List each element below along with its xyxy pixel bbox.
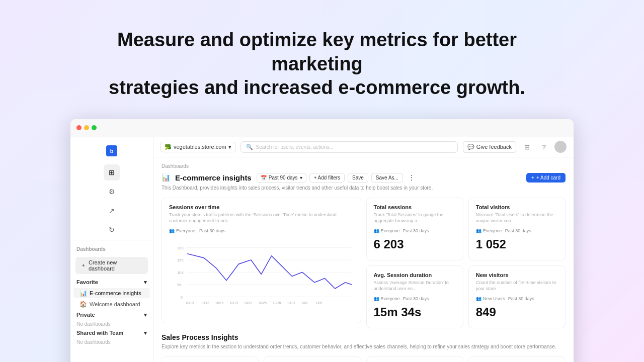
store-icon: 🥦	[165, 144, 172, 150]
sidebar-icon-refresh[interactable]: ↻	[104, 222, 120, 238]
total-sessions-desc: Track 'Total Sessions' to gauge the aggr…	[374, 212, 456, 224]
hero-text: Measure and optimize key metrics for bet…	[40, 14, 594, 110]
chevron-down-icon-private: ▾	[144, 312, 147, 318]
svg-text:0: 0	[181, 295, 183, 299]
avg-audience-label: Everyone	[381, 296, 400, 301]
hero-line1: Measure and optimize key metrics for bet…	[117, 29, 517, 74]
plus-icon: +	[531, 175, 534, 180]
search-bar[interactable]: 🔍 Search for users, events, actions...	[240, 141, 458, 153]
dashboard-header: 📊 E-commerce insights 📅 Past 90 days ▾ +…	[162, 173, 566, 183]
welcome-dashboard-label: Welcome dashboard	[90, 301, 140, 307]
svg-text:10K: 10K	[177, 270, 184, 275]
more-options-btn[interactable]: ⋮	[406, 173, 417, 182]
sidebar-logo: b	[106, 145, 117, 156]
total-sessions-title: Total sessions	[374, 204, 456, 210]
svg-text:10/10: 10/10	[186, 301, 194, 305]
browser-topbar	[70, 119, 574, 137]
todays-orders-card: Today's orders View the number of orders…	[264, 356, 361, 362]
dashboard-title-icon: 📊	[162, 173, 170, 182]
ecommerce-insights-icon: 📊	[79, 290, 87, 297]
hero-line2: strategies and increased e-commerce grow…	[109, 77, 525, 98]
svg-text:10/16: 10/16	[215, 301, 224, 305]
new-visitors-time-label: Past 30 days	[508, 296, 534, 301]
total-sessions-meta: 👥 Everyone Past 30 days	[374, 228, 456, 233]
sidebar-item-ecommerce-insights[interactable]: 📊 E-commerce insights	[73, 288, 150, 298]
avg-session-card: Avg. Session duration Assess 'Average Se…	[366, 265, 463, 328]
sidebar-favorite-label: Favorite	[76, 279, 98, 285]
chevron-down-icon-shared: ▾	[144, 330, 147, 336]
sessions-time-label: Past 30 days	[403, 228, 429, 233]
new-visitors-title: New visitors	[476, 272, 558, 278]
total-sessions-card: Total sessions Track 'Total Sessions' to…	[366, 198, 463, 260]
sessions-audience-label: Everyone	[381, 228, 400, 233]
dropdown-icon: ▾	[228, 144, 231, 150]
sidebar-icon-analytics[interactable]: ↗	[104, 203, 120, 219]
sidebar-icon-settings[interactable]: ⚙	[104, 184, 120, 200]
sessions-chart-card: Sessions over time Track your store's tr…	[162, 198, 361, 323]
chart-desc: Track your store's traffic patterns with…	[169, 212, 354, 224]
save-as-btn[interactable]: Save As...	[371, 173, 403, 183]
new-visitors-meta: 👥 New Users Past 30 days	[476, 296, 558, 301]
new-visitors-value: 849	[476, 305, 558, 319]
help-btn[interactable]: ?	[537, 140, 550, 153]
visitors-audience-label: Everyone	[483, 228, 502, 233]
sidebar-item-welcome-dashboard[interactable]: 🏠 Welcome dashboard	[73, 299, 150, 309]
user-avatar[interactable]	[554, 141, 567, 153]
dashboard-description: This Dashboard, provides insights into s…	[162, 185, 566, 192]
topnav-actions: 💬 Give feedback ⊞ ?	[463, 140, 567, 153]
topnav: 🥦 vegetables.store.com ▾ 🔍 Search for us…	[153, 137, 574, 157]
grid-view-btn[interactable]: ⊞	[520, 140, 533, 153]
time-filter-label: Past 90 days	[269, 175, 298, 180]
sessions-chart: 20K 15K 10K 5K 0	[169, 236, 354, 317]
search-icon: 🔍	[246, 144, 253, 150]
time-filter-btn[interactable]: 📅 Past 90 days ▾	[257, 173, 306, 183]
audience-icon: 👥	[169, 228, 175, 233]
sidebar-nav-icons: ⊞ ⚙ ↗ ↻	[70, 162, 153, 240]
svg-text:10/25: 10/25	[259, 301, 267, 305]
total-visitors-card: Total visitors Measure 'Total Users' to …	[468, 198, 566, 260]
total-visitors-value: 1 052	[476, 237, 558, 251]
browser-dot-yellow	[84, 125, 89, 130]
visitors-audience: 👥 Everyone	[476, 228, 502, 233]
add-filter-btn[interactable]: + Add filters	[309, 173, 345, 183]
ecommerce-insights-label: E-commerce insights	[90, 290, 141, 296]
new-visitors-audience: 👥 New Users	[476, 296, 505, 301]
visitors-time: Past 30 days	[505, 228, 531, 233]
sidebar-logo-area: b	[70, 142, 153, 159]
svg-text:10/28: 10/28	[273, 301, 281, 305]
add-card-btn[interactable]: + + Add card	[526, 173, 566, 183]
dropdown-chevron: ▾	[300, 175, 302, 180]
feedback-button[interactable]: 💬 Give feedback	[463, 141, 516, 153]
total-orders-card: Total orders Count all orders made in yo…	[162, 356, 259, 362]
sales-section-title: Sales Process Insights	[162, 333, 566, 341]
create-dashboard-btn[interactable]: ＋ Create new dashboard	[75, 257, 148, 274]
sidebar-icon-grid[interactable]: ⊞	[104, 164, 120, 180]
sidebar-shared-header[interactable]: Shared with Team ▾	[70, 328, 153, 338]
chart-meta: 👥 Everyone Past 30 days	[169, 228, 354, 233]
app-layout: b ⊞ ⚙ ↗ ↻ Dashboards ＋ Create new dashbo…	[70, 137, 574, 363]
total-visitors-meta: 👥 Everyone Past 30 days	[476, 228, 558, 233]
dashboard-title: E-commerce insights	[175, 173, 252, 182]
sidebar-favorite-header[interactable]: Favorite ▾	[70, 277, 153, 288]
sidebar-private-header[interactable]: Private ▾	[70, 310, 153, 320]
audience-icon: 👥	[374, 228, 379, 233]
browser-dot-green	[92, 125, 97, 130]
new-visitors-audience-label: New Users	[483, 296, 505, 301]
sales-section-desc: Explore key metrics in the section to un…	[162, 343, 566, 350]
create-dashboard-label: Create new dashboard	[89, 259, 143, 272]
svg-text:5K: 5K	[177, 283, 182, 287]
private-no-dashboards: No dashboards	[70, 320, 153, 328]
add-card-label: + Add card	[536, 175, 560, 180]
sessions-time: Past 30 days	[403, 228, 429, 233]
calendar-icon: 📅	[261, 175, 267, 180]
sales-section: Sales Process Insights Explore key metri…	[162, 333, 566, 362]
save-btn[interactable]: Save	[348, 173, 368, 183]
browser-dots	[76, 125, 97, 130]
new-visitors-desc: Count the number of first-time visitors …	[476, 280, 558, 292]
svg-text:10/22: 10/22	[244, 301, 253, 305]
store-name: vegetables.store.com	[174, 144, 226, 150]
new-visitors-card: New visitors Count the number of first-t…	[468, 265, 566, 328]
sidebar-shared-label: Shared with Team	[76, 330, 123, 336]
plus-icon: ＋	[80, 261, 86, 269]
store-selector[interactable]: 🥦 vegetables.store.com ▾	[160, 142, 235, 152]
